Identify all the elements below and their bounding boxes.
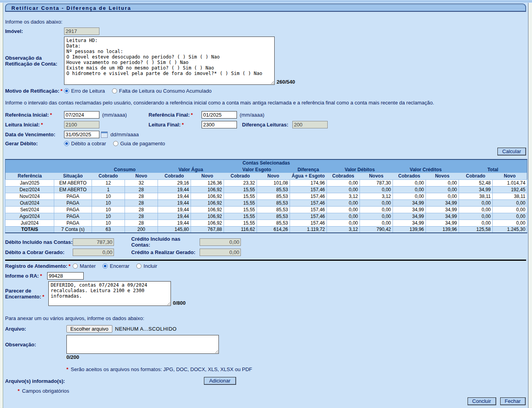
table-cell: 0,00 — [493, 206, 527, 213]
required-asterisk: * — [66, 366, 68, 372]
totals-cell: 63 — [92, 226, 125, 233]
anexo-observacao-counter: 0/200 — [66, 354, 79, 360]
referencia-final-field[interactable] — [202, 111, 237, 119]
leitura-final-label: Leitura Final:* — [149, 122, 202, 128]
totals-cell: 790,42 — [360, 226, 393, 233]
totals-cell: 7 Conta (s) — [54, 226, 92, 233]
table-column-header: Cobrado — [224, 173, 257, 179]
table-cell: 157,46 — [290, 213, 327, 220]
gerar-debito-option-guia[interactable]: Guia de pagamento — [113, 141, 165, 146]
table-cell: Nov/2024 — [6, 193, 54, 199]
gerar-debito-option-label: Guia de pagamento — [120, 141, 165, 146]
referencia-inicial-field[interactable] — [64, 111, 99, 119]
table-column-header: Situação — [54, 173, 92, 179]
gerar-debito-option-debito[interactable]: Débito a cobrar — [64, 141, 106, 146]
data-vencimento-row: Data de Vencimento: dd/mm/aaaa — [5, 131, 526, 138]
table-cell: 19,44 — [158, 193, 191, 199]
registro-option-label: Encerrar — [110, 263, 129, 269]
table-row: Out/2024PAGA102819,44106,9215,5585,53157… — [6, 199, 527, 206]
table-cell: 0,00 — [327, 199, 360, 206]
radio-encerrar-icon[interactable] — [103, 263, 108, 269]
table-cell: 0,00 — [459, 213, 493, 220]
table-cell: 0,00 — [459, 220, 493, 226]
radio-incluir-icon[interactable] — [136, 263, 141, 269]
parecer-encerramento-textarea[interactable]: DEFERIDO, contas 07/2024 a 09/2024 recal… — [48, 281, 171, 306]
table-column-header: Novos — [360, 173, 393, 179]
table-column-header: Novo — [493, 173, 527, 179]
table-cell: 85,53 — [257, 193, 290, 199]
arquivo-label: Arquivo: — [5, 326, 66, 332]
table-cell: 0,00 — [360, 213, 393, 220]
required-asterisk: * — [41, 122, 43, 128]
totals-label-cell: TOTAIS — [6, 226, 54, 233]
adicionar-button[interactable]: Adicionar — [204, 377, 236, 385]
anexo-observacao-textarea[interactable] — [66, 335, 219, 354]
registro-option-encerrar[interactable]: Encerrar — [103, 263, 129, 269]
anexo-observacao-label: Observação: — [5, 342, 66, 348]
table-cell: 10 — [92, 199, 125, 206]
data-vencimento-field[interactable] — [64, 131, 99, 138]
table-cell: Set/2024 — [6, 206, 54, 213]
radio-falta-leitura-icon[interactable] — [112, 88, 117, 93]
contas-table-body: Jan/2025EM ABERTO123229,16126,3623,32101… — [6, 179, 527, 226]
table-group-header — [6, 166, 92, 173]
totals-cell: 3,12 — [327, 226, 360, 233]
radio-manter-icon[interactable] — [73, 263, 78, 269]
table-column-header: Cobrado — [459, 173, 493, 179]
registro-option-manter[interactable]: Manter — [73, 263, 95, 269]
informe-ra-field[interactable] — [47, 272, 84, 280]
table-cell: 15,55 — [224, 213, 257, 220]
concluir-button[interactable]: Concluir — [468, 397, 496, 405]
required-asterisk: * — [68, 263, 70, 269]
table-cell: 10 — [92, 220, 125, 226]
credito-incluido-field — [200, 238, 241, 246]
escolher-arquivo-button[interactable]: Escolher arquivo — [66, 325, 112, 333]
imovel-label: Imóvel: — [5, 28, 64, 34]
table-cell: 0,00 — [360, 206, 393, 213]
table-cell: 10 — [92, 193, 125, 199]
radio-guia-pagamento-icon[interactable] — [113, 141, 118, 146]
motivo-option-label: Erro de Leitura — [71, 88, 105, 94]
required-asterisk: * — [191, 112, 193, 118]
observacao-retificacao-textarea[interactable]: Leitura HD: Data: Nº pessoas no local: O… — [64, 37, 275, 85]
bottom-buttons: Concluir Fechar — [468, 397, 526, 405]
calcular-button[interactable]: Calcular — [497, 148, 526, 156]
radio-erro-leitura-icon[interactable] — [64, 88, 69, 93]
registro-option-incluir[interactable]: Incluir — [136, 263, 157, 269]
table-cell: 0,00 — [327, 179, 360, 186]
table-group-header: Consumo — [92, 166, 158, 173]
totals-cell: 1.245,30 — [493, 226, 527, 233]
arquivos-informados-row: Arquivo(s) informado(s): Adicionar — [5, 377, 526, 385]
calendar-icon[interactable] — [101, 132, 108, 138]
table-cell: 34,99 — [393, 220, 426, 226]
table-cell: PAGA — [54, 206, 92, 213]
observacao-retificacao-row: Observação da Retificação de Conta: Leit… — [5, 37, 526, 85]
table-cell: 34,99 — [393, 213, 426, 220]
table-cell: 106,92 — [191, 220, 224, 226]
table-cell: 0,00 — [393, 193, 426, 199]
table-cell: 28 — [125, 213, 158, 220]
table-cell: 38,11 — [493, 193, 527, 199]
table-cell: 0,00 — [459, 199, 493, 206]
table-cell: 0,00 — [393, 186, 426, 193]
motivo-option-label: Falta de Leitura ou Consumo Acumulado — [119, 88, 212, 94]
motivo-option-erro-leitura[interactable]: Erro de Leitura — [64, 88, 105, 94]
intro-text: Informe os dados abaixo: — [5, 19, 526, 25]
table-cell: EM ABERTO — [54, 186, 92, 193]
table-cell: PAGA — [54, 199, 92, 206]
leitura-inicial-field — [64, 121, 99, 128]
campos-obrigatorios-row: * Campos obrigatórios — [18, 388, 526, 394]
table-column-header: Referência — [6, 173, 54, 179]
totals-cell: 116,62 — [224, 226, 257, 233]
radio-debito-cobrar-icon[interactable] — [64, 141, 69, 146]
table-cell: 157,46 — [290, 186, 327, 193]
right-edge-stripe — [528, 3, 532, 408]
table-cell: PAGA — [54, 220, 92, 226]
fechar-button[interactable]: Fechar — [500, 397, 526, 405]
motivo-option-falta-leitura[interactable]: Falta de Leitura ou Consumo Acumulado — [112, 88, 212, 94]
registro-option-label: Manter — [80, 263, 95, 269]
leitura-final-field[interactable] — [202, 121, 237, 128]
table-cell: 23,32 — [224, 179, 257, 186]
table-cell: 34,99 — [426, 220, 459, 226]
table-cell: 0,00 — [327, 213, 360, 220]
